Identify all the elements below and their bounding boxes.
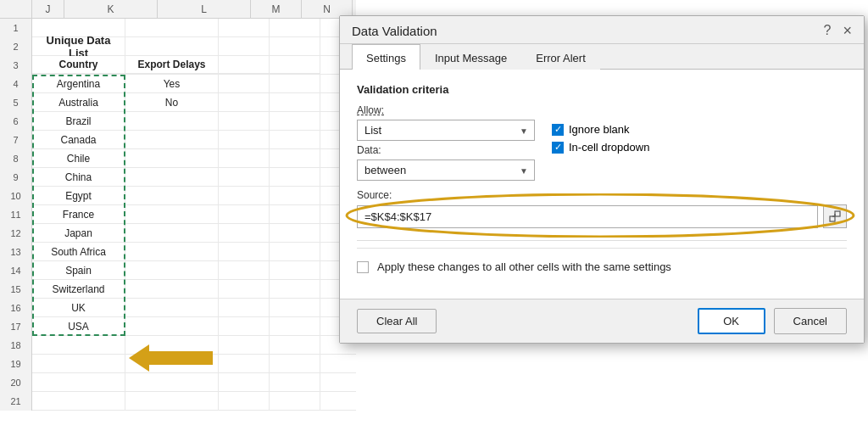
country-cell[interactable]: Egypt	[32, 187, 125, 204]
ignore-blank-row[interactable]: ✓ Ignore blank	[552, 123, 649, 136]
checkmark-icon: ✓	[554, 125, 562, 134]
allow-data-row: Allow: List ▼ Data: between ▼	[357, 104, 847, 181]
export-cell[interactable]	[125, 131, 219, 148]
cell	[219, 373, 270, 391]
cell	[270, 131, 320, 148]
country-cell[interactable]: Brazil	[32, 112, 125, 130]
export-cell[interactable]	[125, 168, 219, 186]
table-row[interactable]: 10Egypt	[0, 187, 356, 205]
export-cell[interactable]	[125, 187, 219, 204]
cell	[32, 392, 125, 410]
export-cell[interactable]	[125, 112, 219, 130]
row-num: 21	[0, 392, 32, 411]
allow-select[interactable]: List	[357, 120, 535, 141]
dialog-footer: Clear All OK Cancel	[340, 299, 864, 343]
export-cell[interactable]	[125, 261, 219, 279]
table-row: 20	[0, 373, 356, 392]
country-cell[interactable]: Spain	[32, 261, 125, 279]
col-header-j: J	[32, 0, 64, 18]
col-header-k: K	[64, 0, 158, 18]
export-cell[interactable]	[125, 317, 219, 335]
cell	[270, 112, 320, 130]
table-row[interactable]: 6Brazil	[0, 112, 356, 131]
tab-input-message[interactable]: Input Message	[420, 44, 521, 70]
in-cell-dropdown-row[interactable]: ✓ In-cell dropdown	[552, 141, 649, 154]
col-header-l: L	[158, 0, 251, 18]
cell	[219, 112, 270, 130]
country-cell[interactable]: Argentina	[32, 75, 125, 92]
cell	[270, 56, 320, 74]
tab-settings[interactable]: Settings	[352, 44, 420, 70]
table-row[interactable]: 13South Africa	[0, 243, 356, 261]
country-cell[interactable]: South Africa	[32, 243, 125, 260]
table-row[interactable]: 7Canada	[0, 131, 356, 149]
close-button[interactable]: ×	[843, 23, 852, 38]
tab-error-alert[interactable]: Error Alert	[521, 44, 600, 70]
cell	[219, 75, 270, 92]
table-row[interactable]: 15Switzerland	[0, 280, 356, 299]
country-cell[interactable]: China	[32, 168, 125, 186]
data-select-wrapper[interactable]: between ▼	[357, 159, 535, 181]
table-row[interactable]: 16UK	[0, 299, 356, 317]
cell	[219, 243, 270, 260]
dialog-tabs: Settings Input Message Error Alert	[340, 44, 864, 70]
dialog-titlebar-controls: ? ×	[824, 23, 852, 38]
country-cell[interactable]: USA	[32, 317, 125, 335]
country-cell[interactable]: Japan	[32, 224, 125, 242]
ok-button[interactable]: OK	[698, 308, 765, 334]
country-cell[interactable]: Switzerland	[32, 280, 125, 298]
ignore-blank-checkbox[interactable]: ✓	[552, 124, 564, 136]
row-num: 1	[0, 19, 32, 37]
source-range-select-button[interactable]	[823, 204, 847, 228]
clear-all-button[interactable]: Clear All	[357, 309, 437, 333]
row-num-header	[0, 0, 32, 18]
cell	[270, 37, 320, 55]
in-cell-dropdown-label: In-cell dropdown	[569, 141, 649, 154]
export-cell[interactable]	[125, 243, 219, 260]
row-num: 3	[0, 56, 32, 75]
row-num: 6	[0, 112, 32, 131]
export-cell[interactable]: No	[125, 93, 219, 111]
table-row[interactable]: 17USA	[0, 317, 356, 336]
table-row[interactable]: 5AustraliaNo	[0, 93, 356, 112]
col-header-m: M	[251, 0, 302, 18]
cell	[219, 187, 270, 204]
source-input-container	[357, 205, 818, 228]
table-row[interactable]: 12Japan	[0, 224, 356, 243]
table-row[interactable]: 4ArgentinaYes	[0, 75, 356, 93]
source-input[interactable]	[357, 205, 818, 228]
table-row: 2 Unique Data List	[0, 37, 356, 56]
table-row[interactable]: 8Chile	[0, 149, 356, 168]
export-cell[interactable]	[125, 149, 219, 167]
cell	[270, 336, 320, 354]
help-button[interactable]: ?	[824, 23, 832, 38]
allow-select-wrapper[interactable]: List ▼	[357, 120, 535, 141]
country-cell[interactable]: Australia	[32, 93, 125, 111]
cell	[219, 336, 270, 354]
row-num: 4	[0, 75, 32, 93]
in-cell-dropdown-checkbox[interactable]: ✓	[552, 142, 564, 154]
cancel-button[interactable]: Cancel	[774, 308, 847, 334]
country-cell[interactable]: UK	[32, 299, 125, 316]
cell	[219, 205, 270, 223]
export-cell[interactable]	[125, 205, 219, 223]
export-cell[interactable]	[125, 299, 219, 316]
data-select[interactable]: between	[357, 159, 535, 181]
table-row[interactable]: 14Spain	[0, 261, 356, 280]
source-input-row	[357, 204, 847, 228]
country-cell[interactable]: Canada	[32, 131, 125, 148]
export-cell[interactable]	[125, 280, 219, 298]
country-cell[interactable]: France	[32, 205, 125, 223]
table-row[interactable]: 11France	[0, 205, 356, 224]
row-num: 5	[0, 93, 32, 112]
apply-changes-checkbox[interactable]	[357, 261, 369, 273]
cell	[219, 149, 270, 167]
cell	[219, 317, 270, 335]
export-cell[interactable]: Yes	[125, 75, 219, 92]
export-cell[interactable]	[125, 224, 219, 242]
country-cell[interactable]: Chile	[32, 149, 125, 167]
cell	[270, 373, 320, 391]
checkmark-icon: ✓	[554, 143, 562, 152]
cell	[270, 75, 320, 92]
table-row[interactable]: 9China	[0, 168, 356, 187]
